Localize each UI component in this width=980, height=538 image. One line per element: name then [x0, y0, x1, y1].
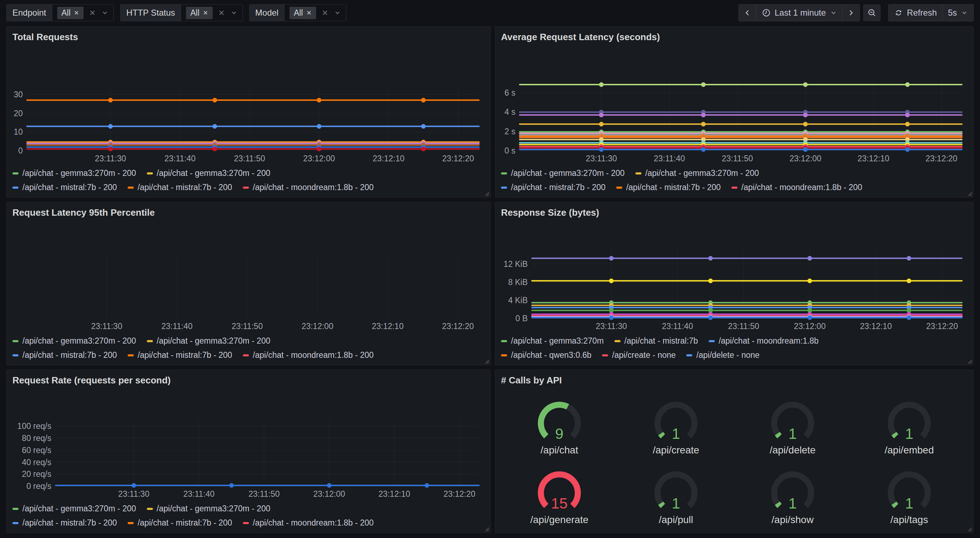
- legend-swatch: [501, 354, 507, 356]
- chip-remove-icon[interactable]: [203, 10, 208, 16]
- panel-resize-handle[interactable]: [967, 526, 972, 532]
- panel-title[interactable]: Request Latency 95th Percentile: [13, 206, 485, 219]
- gauge-label: /api/chat: [541, 444, 578, 456]
- legend-label: /api/chat - moondream:1.8b - 200: [253, 351, 374, 360]
- legend-label: /api/chat - mistral:7b - 200: [626, 183, 721, 192]
- legend-item[interactable]: /api/chat - mistral:7b - 200: [13, 351, 117, 360]
- panel-title[interactable]: Request Rate (requests per second): [13, 374, 485, 386]
- legend-swatch: [13, 522, 19, 524]
- gauge-value: 1: [905, 495, 913, 512]
- legend-item[interactable]: /api/create - none: [602, 351, 676, 360]
- panel-resize-handle[interactable]: [484, 526, 489, 532]
- chevron-down-icon[interactable]: [334, 9, 341, 16]
- gauge-label: /api/show: [772, 514, 814, 525]
- svg-text:23:12:20: 23:12:20: [442, 154, 474, 163]
- time-shift-forward-button[interactable]: [842, 5, 859, 21]
- legend-swatch: [709, 340, 715, 342]
- chart-canvas: 23:11:3023:11:4023:11:5023:12:0023:12:10…: [13, 251, 485, 331]
- legend-item[interactable]: /api/chat - gemma3:270m - 200: [635, 168, 759, 178]
- filter-model-chip[interactable]: All: [290, 7, 316, 19]
- filter-http-status-chip[interactable]: All: [186, 7, 213, 19]
- gauge-api-delete: 1/api/delete: [734, 397, 851, 456]
- chart-canvas: 23:11:3023:11:4023:11:5023:12:0023:12:10…: [13, 84, 485, 163]
- chevron-down-icon[interactable]: [231, 9, 237, 16]
- gauge-value: 1: [788, 425, 797, 442]
- legend-label: /api/delete - none: [696, 351, 759, 360]
- legend-item[interactable]: /api/chat - mistral:7b - 200: [13, 518, 117, 528]
- legend-item[interactable]: /api/chat - mistral:7b - 200: [128, 183, 232, 192]
- time-shift-back-button[interactable]: [739, 5, 756, 21]
- refresh-label: Refresh: [907, 8, 937, 18]
- average-latency-chart[interactable]: 23:11:3023:11:4023:11:5023:12:0023:12:10…: [501, 73, 967, 163]
- gauge-arc: 1: [874, 397, 945, 444]
- gauge-api-tags: 1/api/tags: [851, 467, 967, 525]
- legend-item[interactable]: /api/chat - moondream:1.8b - 200: [732, 183, 862, 192]
- refresh-button[interactable]: Refresh: [889, 5, 942, 21]
- legend-label: /api/chat - gemma3:270m - 200: [157, 336, 270, 346]
- legend-item[interactable]: /api/chat - gemma3:270m: [501, 336, 604, 346]
- zoom-out-icon: [867, 8, 877, 17]
- latency-p95-chart[interactable]: 23:11:3023:11:4023:11:5023:12:0023:12:10…: [13, 251, 485, 331]
- chip-remove-icon[interactable]: [306, 10, 312, 16]
- panel-title[interactable]: # Calls by API: [501, 374, 967, 386]
- svg-text:80 req/s: 80 req/s: [22, 433, 51, 443]
- zoom-out-button[interactable]: [863, 5, 880, 21]
- legend-item[interactable]: /api/chat - mistral:7b - 200: [128, 351, 232, 360]
- gauge-label: /api/embed: [885, 444, 934, 456]
- request-rate-chart[interactable]: 23:11:3023:11:4023:11:5023:12:0023:12:10…: [13, 416, 485, 499]
- filter-clear-icon[interactable]: [322, 10, 328, 16]
- filter-endpoint-chip[interactable]: All: [57, 7, 84, 19]
- legend-item[interactable]: /api/chat - moondream:1.8b - 200: [243, 351, 374, 360]
- legend-item[interactable]: /api/chat - mistral:7b - 200: [501, 183, 606, 192]
- filter-clear-icon[interactable]: [89, 10, 95, 16]
- panel-resize-handle[interactable]: [967, 191, 972, 196]
- legend-swatch: [602, 354, 608, 356]
- filter-clear-icon[interactable]: [218, 10, 225, 16]
- panel-resize-handle[interactable]: [484, 359, 489, 364]
- legend-row: /api/chat - mistral:7b - 200/api/chat - …: [501, 183, 967, 192]
- legend-item[interactable]: /api/chat - gemma3:270m - 200: [13, 336, 136, 346]
- time-range-label: Last 1 minute: [775, 8, 826, 18]
- legend-item[interactable]: /api/chat - mistral:7b - 200: [616, 183, 721, 192]
- time-range-picker-button[interactable]: Last 1 minute: [756, 5, 842, 21]
- panel-title[interactable]: Average Request Latency (seconds): [501, 31, 967, 43]
- legend-swatch: [128, 354, 134, 356]
- legend-swatch: [501, 340, 507, 342]
- legend-item[interactable]: /api/chat - gemma3:270m - 200: [147, 168, 270, 178]
- legend-item[interactable]: /api/chat - mistral:7b - 200: [128, 518, 232, 528]
- legend-label: /api/chat - mistral:7b - 200: [138, 518, 232, 528]
- panel-title[interactable]: Total Requests: [13, 31, 485, 43]
- legend-label: /api/chat - mistral:7b - 200: [138, 183, 232, 192]
- legend-item[interactable]: /api/chat - mistral:7b: [614, 336, 698, 346]
- legend-item[interactable]: /api/chat - moondream:1.8b - 200: [243, 183, 374, 192]
- legend-item[interactable]: /api/delete - none: [686, 351, 759, 360]
- legend-item[interactable]: /api/chat - gemma3:270m - 200: [147, 504, 270, 514]
- chevron-down-icon[interactable]: [101, 9, 108, 16]
- legend-item[interactable]: /api/chat - qwen3:0.6b: [501, 351, 591, 360]
- legend-item[interactable]: /api/chat - gemma3:270m - 200: [13, 504, 136, 514]
- response-size-chart[interactable]: 23:11:3023:11:4023:11:5023:12:0023:12:10…: [501, 246, 967, 331]
- gauge-api-generate: 15/api/generate: [501, 467, 618, 525]
- legend-label: /api/create - none: [612, 351, 676, 360]
- legend-swatch: [13, 340, 19, 342]
- filter-endpoint-value[interactable]: All: [52, 5, 114, 21]
- panel-resize-handle[interactable]: [484, 191, 489, 196]
- legend-item[interactable]: /api/chat - gemma3:270m - 200: [501, 168, 625, 178]
- filter-http-status-value[interactable]: All: [181, 5, 242, 21]
- legend-swatch: [147, 172, 153, 175]
- svg-text:23:12:00: 23:12:00: [302, 322, 334, 331]
- filter-model-value[interactable]: All: [285, 5, 346, 21]
- legend-item[interactable]: /api/chat - gemma3:270m - 200: [147, 336, 270, 346]
- refresh-interval-dropdown[interactable]: 5s: [942, 5, 973, 21]
- svg-text:20 req/s: 20 req/s: [22, 470, 51, 479]
- svg-text:100 req/s: 100 req/s: [18, 421, 52, 431]
- panel-resize-handle[interactable]: [967, 359, 972, 364]
- chip-remove-icon[interactable]: [73, 10, 79, 16]
- total-requests-chart[interactable]: 23:11:3023:11:4023:11:5023:12:0023:12:10…: [13, 84, 485, 163]
- panel-title[interactable]: Response Size (bytes): [501, 206, 967, 219]
- gauge-label: /api/generate: [530, 514, 588, 525]
- legend-item[interactable]: /api/chat - moondream:1.8b: [709, 336, 819, 346]
- legend-item[interactable]: /api/chat - mistral:7b - 200: [13, 183, 117, 192]
- legend-item[interactable]: /api/chat - moondream:1.8b - 200: [243, 518, 374, 528]
- legend-item[interactable]: /api/chat - gemma3:270m - 200: [13, 168, 136, 178]
